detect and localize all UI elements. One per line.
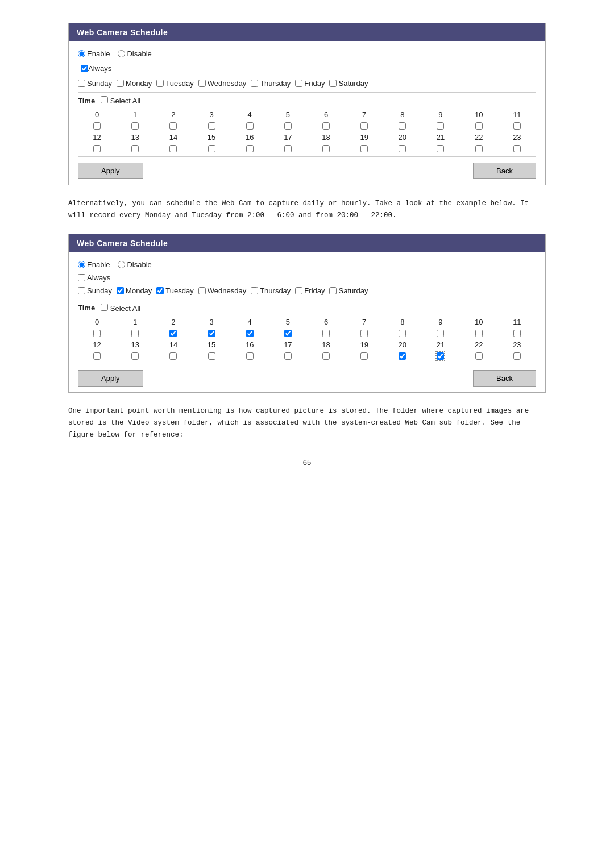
hour-15-cb[interactable] bbox=[208, 145, 215, 152]
s2-hour-12-cb[interactable] bbox=[93, 352, 101, 360]
schedule-box-1: Web Camera Schedule Enable Disable Alway… bbox=[68, 23, 546, 185]
s2-hour-1-cb[interactable] bbox=[131, 330, 139, 337]
day-monday-2[interactable]: Monday bbox=[117, 286, 152, 295]
select-all-checkbox-1[interactable] bbox=[101, 96, 108, 103]
s2-hour-21-cb[interactable] bbox=[437, 352, 444, 360]
time-label-1: Time bbox=[78, 97, 95, 105]
s2-hour-15-cb[interactable] bbox=[208, 352, 215, 360]
select-all-label-1[interactable]: Select All bbox=[101, 96, 140, 105]
day-wednesday-2[interactable]: Wednesday bbox=[198, 286, 246, 295]
disable-radio-label-1[interactable]: Disable bbox=[118, 49, 151, 58]
hour-11-cb[interactable] bbox=[513, 122, 521, 130]
hour-23-cb[interactable] bbox=[513, 145, 521, 152]
hour-13-cb[interactable] bbox=[131, 145, 139, 152]
paragraph-1: Alternatively, you can schedule the Web … bbox=[68, 198, 546, 222]
schedule-title-2: Web Camera Schedule bbox=[69, 234, 545, 252]
apply-button-2[interactable]: Apply bbox=[78, 370, 143, 387]
buttons-row-2: Apply Back bbox=[78, 364, 536, 387]
enable-radio-label-1[interactable]: Enable bbox=[78, 49, 110, 58]
hour-8-cb[interactable] bbox=[399, 122, 406, 130]
hours-number-row2: 12 13 14 15 16 17 18 19 20 21 22 23 bbox=[78, 131, 536, 143]
hour-16-cb[interactable] bbox=[246, 145, 254, 152]
buttons-row-1: Apply Back bbox=[78, 156, 536, 179]
enable-radio-label-2[interactable]: Enable bbox=[78, 260, 110, 269]
back-button-2[interactable]: Back bbox=[473, 370, 536, 387]
hour-19-cb[interactable] bbox=[360, 145, 368, 152]
s2-hour-20-cb[interactable] bbox=[399, 352, 406, 360]
s2-hour-5-cb[interactable] bbox=[284, 330, 292, 337]
enable-radio-2[interactable] bbox=[78, 261, 85, 268]
always-checkbox-2[interactable] bbox=[78, 274, 85, 281]
s2-hour-23-cb[interactable] bbox=[513, 352, 521, 360]
hours-check-row1 bbox=[78, 121, 536, 131]
day-thursday-2[interactable]: Thursday bbox=[251, 286, 291, 295]
day-saturday-2[interactable]: Saturday bbox=[329, 286, 368, 295]
s2-hour-7-cb[interactable] bbox=[360, 330, 368, 337]
day-saturday-1[interactable]: Saturday bbox=[329, 79, 368, 88]
s2-hour-2-cb[interactable] bbox=[169, 330, 177, 337]
day-friday-1[interactable]: Friday bbox=[295, 79, 325, 88]
hour-3-cb[interactable] bbox=[208, 122, 215, 130]
s2-hour-22-cb[interactable] bbox=[475, 352, 483, 360]
s2-hour-18-cb[interactable] bbox=[322, 352, 330, 360]
apply-button-1[interactable]: Apply bbox=[78, 163, 143, 179]
hour-7-cb[interactable] bbox=[360, 122, 368, 130]
hour-0-cb[interactable] bbox=[93, 122, 101, 130]
hours-table-1: 0 1 2 3 4 5 6 7 8 9 10 11 bbox=[78, 109, 536, 154]
s2-hour-11-cb[interactable] bbox=[513, 330, 521, 337]
s2-hours-number-row1: 0 1 2 3 4 5 6 7 8 9 10 11 bbox=[78, 316, 536, 328]
disable-radio-2[interactable] bbox=[118, 261, 125, 268]
always-label-1[interactable]: Always bbox=[81, 64, 111, 73]
disable-radio-label-2[interactable]: Disable bbox=[118, 260, 151, 269]
select-all-checkbox-2[interactable] bbox=[101, 304, 108, 311]
hour-1-cb[interactable] bbox=[131, 122, 139, 130]
s2-hour-17-cb[interactable] bbox=[284, 352, 292, 360]
s2-hour-14-cb[interactable] bbox=[169, 352, 177, 360]
always-checkbox-1[interactable] bbox=[81, 65, 88, 72]
s2-hour-3-cb[interactable] bbox=[208, 330, 215, 337]
day-sunday-1[interactable]: Sunday bbox=[78, 79, 112, 88]
s2-hour-10-cb[interactable] bbox=[475, 330, 483, 337]
hour-12-cb[interactable] bbox=[93, 145, 101, 152]
back-button-1[interactable]: Back bbox=[473, 163, 536, 179]
day-thursday-1[interactable]: Thursday bbox=[251, 79, 291, 88]
day-sunday-2[interactable]: Sunday bbox=[78, 286, 112, 295]
hour-10-cb[interactable] bbox=[475, 122, 483, 130]
disable-radio-1[interactable] bbox=[118, 50, 125, 57]
always-label-2[interactable]: Always bbox=[78, 273, 110, 282]
hour-6-cb[interactable] bbox=[322, 122, 330, 130]
enable-disable-row-1: Enable Disable bbox=[78, 49, 536, 58]
hour-18-cb[interactable] bbox=[322, 145, 330, 152]
schedule-title-1: Web Camera Schedule bbox=[69, 23, 545, 41]
hour-9-cb[interactable] bbox=[437, 122, 444, 130]
s2-hour-13-cb[interactable] bbox=[131, 352, 139, 360]
s2-hour-9-cb[interactable] bbox=[437, 330, 444, 337]
hour-4-cb[interactable] bbox=[246, 122, 254, 130]
day-tuesday-2[interactable]: Tuesday bbox=[156, 286, 193, 295]
hour-17-cb[interactable] bbox=[284, 145, 292, 152]
s2-hour-6-cb[interactable] bbox=[322, 330, 330, 337]
s2-hour-16-cb[interactable] bbox=[246, 352, 254, 360]
hours-table-2: 0 1 2 3 4 5 6 7 8 9 10 11 bbox=[78, 316, 536, 362]
day-monday-1[interactable]: Monday bbox=[117, 79, 152, 88]
day-tuesday-1[interactable]: Tuesday bbox=[156, 79, 193, 88]
day-wednesday-1[interactable]: Wednesday bbox=[198, 79, 246, 88]
enable-radio-1[interactable] bbox=[78, 50, 85, 57]
s2-hour-19-cb[interactable] bbox=[360, 352, 368, 360]
hour-20-cb[interactable] bbox=[399, 145, 406, 152]
page-number: 65 bbox=[68, 458, 546, 467]
s2-hours-check-row2 bbox=[78, 351, 536, 362]
always-row-1: Always bbox=[78, 63, 114, 74]
hour-5-cb[interactable] bbox=[284, 122, 292, 130]
time-select-row-2: Time Select All bbox=[78, 304, 536, 313]
day-friday-2[interactable]: Friday bbox=[295, 286, 325, 295]
hour-14-cb[interactable] bbox=[169, 145, 177, 152]
s2-hour-0-cb[interactable] bbox=[93, 330, 101, 337]
s2-hours-number-row2: 12 13 14 15 16 17 18 19 20 21 22 23 bbox=[78, 339, 536, 351]
hour-2-cb[interactable] bbox=[169, 122, 177, 130]
hour-21-cb[interactable] bbox=[437, 145, 444, 152]
select-all-label-2[interactable]: Select All bbox=[101, 304, 140, 313]
s2-hour-4-cb[interactable] bbox=[246, 330, 254, 337]
s2-hour-8-cb[interactable] bbox=[399, 330, 406, 337]
hour-22-cb[interactable] bbox=[475, 145, 483, 152]
